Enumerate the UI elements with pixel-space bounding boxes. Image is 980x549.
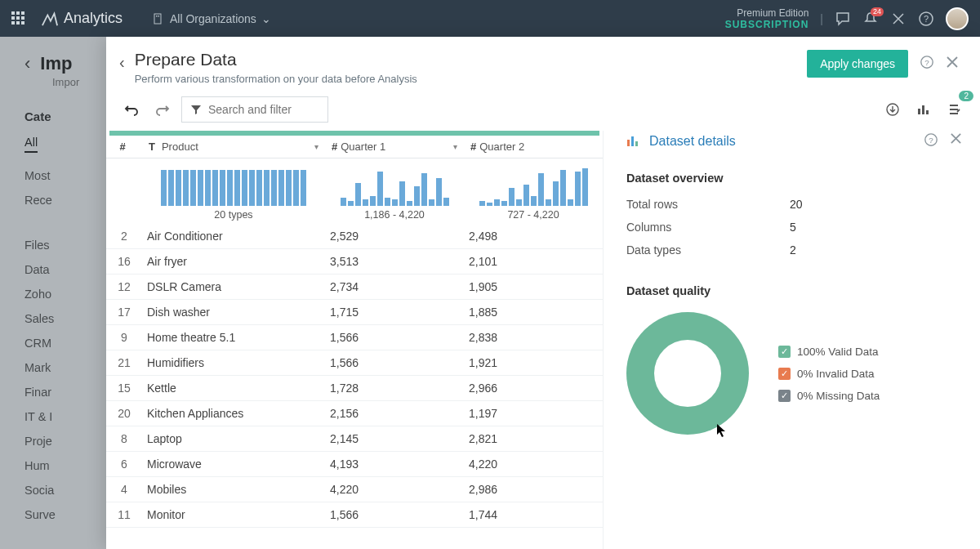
table-row[interactable]: 8 Laptop 2,145 2,821 (106, 426, 603, 452)
modal-close-icon[interactable] (946, 56, 959, 73)
cell-q2: 2,498 (464, 230, 603, 243)
rules-count-badge: 2 (959, 91, 973, 101)
table-row[interactable]: 11 Monitor 1,566 1,744 (106, 502, 603, 528)
svg-rect-8 (918, 109, 920, 114)
sparkline-row: 20 types 1,186 - 4,220 727 - 4,220 (106, 158, 603, 224)
table-row[interactable]: 9 Home theatre 5.1 1,566 2,838 (106, 325, 603, 350)
cell-product: Monitor (142, 508, 325, 521)
chevron-down-icon: ▾ (314, 142, 318, 151)
table-row[interactable]: 4 Mobiles 4,220 2,986 (106, 477, 603, 502)
svg-text:?: ? (924, 14, 929, 24)
q1-sparkline (332, 163, 457, 206)
cell-q2: 2,101 (464, 255, 603, 268)
tools-icon[interactable] (890, 11, 906, 27)
cell-product: Air Conditioner (142, 230, 325, 243)
cell-q1: 1,728 (325, 382, 464, 395)
details-title: Dataset details (649, 134, 736, 149)
cell-q1: 2,156 (325, 407, 464, 420)
cell-q2: 2,966 (464, 382, 603, 395)
legend-invalid: ✓0% Invalid Data (778, 368, 880, 380)
modal-help-icon[interactable]: ? (920, 55, 934, 74)
kv-columns: Columns5 (626, 216, 962, 239)
cell-product: Microwave (142, 458, 325, 471)
details-close-icon[interactable] (950, 132, 962, 150)
quality-heading: Dataset quality (626, 284, 962, 297)
svg-text:?: ? (929, 136, 933, 145)
premium-line2: SUBSCRIPTION (725, 19, 809, 30)
cell-product: Kitchen Appliances (142, 407, 325, 420)
table-row[interactable]: 2 Air Conditioner 2,529 2,498 (106, 224, 603, 249)
table-row[interactable]: 12 DSLR Camera 2,734 1,905 (106, 274, 603, 300)
search-input[interactable] (208, 103, 306, 116)
premium-line1: Premium Edition (725, 7, 809, 19)
cell-index: 11 (106, 508, 142, 521)
col-product[interactable]: T Product ▾ (142, 136, 325, 158)
svg-rect-12 (631, 136, 634, 146)
dataset-details-panel: Dataset details ? Dataset overview Total… (603, 131, 980, 549)
svg-text:?: ? (924, 57, 929, 66)
cell-q2: 1,921 (464, 356, 603, 369)
cell-q1: 4,193 (325, 458, 464, 471)
table-row[interactable]: 20 Kitchen Appliances 2,156 1,197 (106, 401, 603, 426)
number-type-icon: # (332, 141, 337, 153)
cell-q1: 2,145 (325, 432, 464, 445)
cell-q2: 2,821 (464, 432, 603, 445)
table-header: # T Product ▾ # Quarter 1 ▾ # Quarter 2 (106, 136, 603, 158)
redo-button[interactable] (150, 97, 175, 122)
modal-back-button[interactable]: ‹ (119, 53, 125, 72)
help-icon[interactable]: ? (918, 11, 934, 27)
cell-index: 8 (106, 432, 142, 445)
avatar[interactable] (946, 7, 969, 30)
rules-button[interactable]: 2 (942, 97, 967, 122)
undo-button[interactable] (119, 97, 144, 122)
divider: | (820, 12, 823, 25)
subscription-info[interactable]: Premium Edition SUBSCRIPTION (725, 7, 809, 30)
org-label: All Organizations (170, 12, 256, 25)
apply-changes-button[interactable]: Apply changes (807, 50, 908, 78)
cell-q2: 1,885 (464, 306, 603, 319)
toolbar: 2 (106, 96, 980, 131)
search-filter[interactable] (181, 96, 328, 123)
cell-product: Mobiles (142, 483, 325, 496)
org-selector[interactable]: All Organizations ⌄ (152, 12, 271, 25)
number-type-icon: # (470, 141, 476, 153)
download-button[interactable] (880, 97, 905, 122)
cell-q2: 2,838 (464, 331, 603, 344)
cell-q2: 1,905 (464, 280, 603, 293)
svg-rect-2 (158, 16, 160, 17)
cell-q1: 1,566 (325, 356, 464, 369)
col-index[interactable]: # (106, 136, 142, 158)
col-quarter2[interactable]: # Quarter 2 (464, 136, 603, 158)
table-row[interactable]: 21 Humidifiers 1,566 1,921 (106, 350, 603, 376)
cell-q1: 1,715 (325, 306, 464, 319)
cell-product: DSLR Camera (142, 280, 325, 293)
cell-product: Kettle (142, 382, 325, 395)
cell-product: Humidifiers (142, 356, 325, 369)
app-switcher-icon[interactable] (11, 11, 26, 26)
table-row[interactable]: 6 Microwave 4,193 4,220 (106, 452, 603, 477)
table-row[interactable]: 17 Dish washer 1,715 1,885 (106, 300, 603, 325)
cell-product: Air fryer (142, 255, 325, 268)
col-quarter1[interactable]: # Quarter 1 ▾ (325, 136, 464, 158)
q1-spark-label: 1,186 - 4,220 (332, 209, 457, 221)
cell-product: Dish washer (142, 306, 325, 319)
cell-index: 21 (106, 356, 142, 369)
chart-toggle-button[interactable] (911, 97, 936, 122)
cell-q2: 1,197 (464, 407, 603, 420)
brand[interactable]: Analytics (41, 10, 122, 27)
details-help-icon[interactable]: ? (924, 132, 938, 150)
q2-sparkline (470, 163, 596, 206)
cell-q1: 1,566 (325, 331, 464, 344)
brand-label: Analytics (64, 10, 122, 27)
col-q1-label: Quarter 1 (341, 141, 385, 153)
cell-index: 12 (106, 280, 142, 293)
analytics-logo-icon (41, 11, 59, 27)
table-row[interactable]: 15 Kettle 1,728 2,966 (106, 376, 603, 401)
product-spark-label: 20 types (149, 209, 318, 221)
cell-q1: 2,734 (325, 280, 464, 293)
table-row[interactable]: 16 Air fryer 3,513 2,101 (106, 249, 603, 274)
notifications-icon[interactable]: 24 (862, 11, 879, 27)
chat-icon[interactable] (835, 11, 851, 27)
svg-rect-9 (922, 105, 924, 114)
cell-index: 16 (106, 255, 142, 268)
